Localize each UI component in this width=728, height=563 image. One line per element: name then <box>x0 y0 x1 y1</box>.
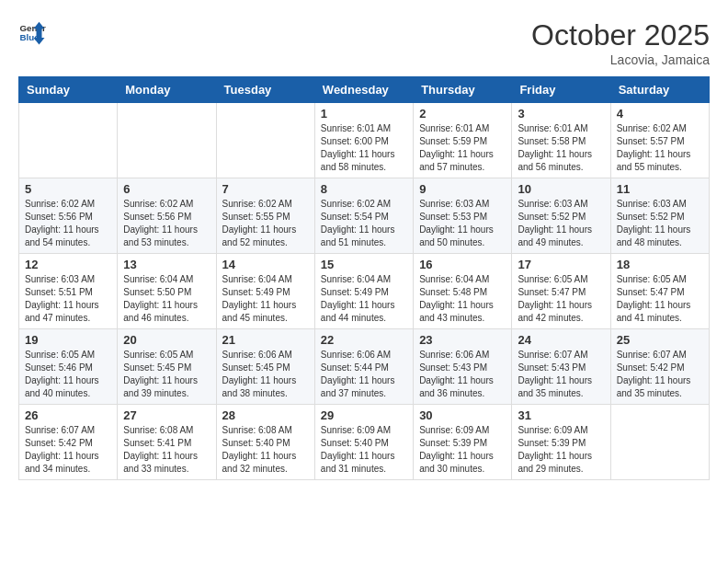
calendar-cell: 29Sunrise: 6:09 AM Sunset: 5:40 PM Dayli… <box>314 405 413 480</box>
logo-icon: General Blue <box>18 18 46 46</box>
week-row-1: 1Sunrise: 6:01 AM Sunset: 6:00 PM Daylig… <box>19 103 710 178</box>
day-number: 24 <box>518 333 604 347</box>
calendar-cell: 23Sunrise: 6:06 AM Sunset: 5:43 PM Dayli… <box>414 329 512 405</box>
calendar-table: SundayMondayTuesdayWednesdayThursdayFrid… <box>18 76 710 480</box>
week-row-3: 12Sunrise: 6:03 AM Sunset: 5:51 PM Dayli… <box>19 254 710 329</box>
calendar-cell: 10Sunrise: 6:03 AM Sunset: 5:52 PM Dayli… <box>512 178 610 254</box>
day-number: 27 <box>123 408 210 422</box>
calendar-cell: 22Sunrise: 6:06 AM Sunset: 5:44 PM Dayli… <box>314 329 413 405</box>
calendar-cell: 2Sunrise: 6:01 AM Sunset: 5:59 PM Daylig… <box>414 103 512 178</box>
day-info: Sunrise: 6:07 AM Sunset: 5:42 PM Dayligh… <box>25 424 111 476</box>
dow-header-friday: Friday <box>512 77 610 103</box>
day-number: 13 <box>123 258 210 271</box>
calendar-cell: 24Sunrise: 6:07 AM Sunset: 5:43 PM Dayli… <box>512 329 610 405</box>
calendar-cell <box>118 103 216 178</box>
calendar-cell: 17Sunrise: 6:05 AM Sunset: 5:47 PM Dayli… <box>512 254 610 329</box>
day-number: 31 <box>518 408 604 422</box>
day-number: 22 <box>321 333 407 347</box>
day-number: 30 <box>419 408 506 422</box>
calendar-cell: 28Sunrise: 6:08 AM Sunset: 5:40 PM Dayli… <box>216 405 314 480</box>
day-info: Sunrise: 6:04 AM Sunset: 5:48 PM Dayligh… <box>419 273 506 325</box>
day-info: Sunrise: 6:01 AM Sunset: 6:00 PM Dayligh… <box>321 122 407 174</box>
day-info: Sunrise: 6:03 AM Sunset: 5:51 PM Dayligh… <box>25 273 111 325</box>
calendar-cell: 25Sunrise: 6:07 AM Sunset: 5:42 PM Dayli… <box>610 329 709 405</box>
day-info: Sunrise: 6:08 AM Sunset: 5:40 PM Dayligh… <box>222 424 309 476</box>
day-info: Sunrise: 6:05 AM Sunset: 5:47 PM Dayligh… <box>518 273 604 325</box>
location: Lacovia, Jamaica <box>531 52 710 67</box>
day-number: 2 <box>419 107 506 121</box>
day-number: 12 <box>25 258 111 271</box>
calendar-cell: 9Sunrise: 6:03 AM Sunset: 5:53 PM Daylig… <box>414 178 512 254</box>
calendar-cell: 21Sunrise: 6:06 AM Sunset: 5:45 PM Dayli… <box>216 329 314 405</box>
day-info: Sunrise: 6:03 AM Sunset: 5:52 PM Dayligh… <box>617 198 703 249</box>
day-number: 1 <box>321 107 407 121</box>
calendar-cell <box>19 103 118 178</box>
day-info: Sunrise: 6:05 AM Sunset: 5:47 PM Dayligh… <box>617 273 703 325</box>
logo: General Blue <box>18 18 46 46</box>
day-info: Sunrise: 6:05 AM Sunset: 5:45 PM Dayligh… <box>123 349 210 400</box>
day-info: Sunrise: 6:04 AM Sunset: 5:50 PM Dayligh… <box>123 273 210 325</box>
day-info: Sunrise: 6:04 AM Sunset: 5:49 PM Dayligh… <box>321 273 407 325</box>
calendar-cell: 14Sunrise: 6:04 AM Sunset: 5:49 PM Dayli… <box>216 254 314 329</box>
day-number: 19 <box>25 333 111 347</box>
day-number: 17 <box>518 258 604 271</box>
day-info: Sunrise: 6:05 AM Sunset: 5:46 PM Dayligh… <box>25 349 111 400</box>
day-number: 5 <box>25 182 111 196</box>
day-number: 16 <box>419 258 506 271</box>
page-header: General Blue October 2025 Lacovia, Jamai… <box>18 18 710 67</box>
day-number: 20 <box>123 333 210 347</box>
day-info: Sunrise: 6:09 AM Sunset: 5:39 PM Dayligh… <box>419 424 506 476</box>
calendar-cell: 20Sunrise: 6:05 AM Sunset: 5:45 PM Dayli… <box>118 329 216 405</box>
dow-header-sunday: Sunday <box>19 77 118 103</box>
day-info: Sunrise: 6:04 AM Sunset: 5:49 PM Dayligh… <box>222 273 309 325</box>
day-info: Sunrise: 6:09 AM Sunset: 5:39 PM Dayligh… <box>518 424 604 476</box>
calendar-cell: 11Sunrise: 6:03 AM Sunset: 5:52 PM Dayli… <box>610 178 709 254</box>
calendar-cell: 12Sunrise: 6:03 AM Sunset: 5:51 PM Dayli… <box>19 254 118 329</box>
week-row-4: 19Sunrise: 6:05 AM Sunset: 5:46 PM Dayli… <box>19 329 710 405</box>
day-info: Sunrise: 6:06 AM Sunset: 5:43 PM Dayligh… <box>419 349 506 400</box>
day-number: 9 <box>419 182 506 196</box>
day-number: 15 <box>321 258 407 271</box>
day-info: Sunrise: 6:01 AM Sunset: 5:59 PM Dayligh… <box>419 122 506 174</box>
calendar-cell: 7Sunrise: 6:02 AM Sunset: 5:55 PM Daylig… <box>216 178 314 254</box>
day-info: Sunrise: 6:02 AM Sunset: 5:56 PM Dayligh… <box>123 198 210 249</box>
calendar-cell: 3Sunrise: 6:01 AM Sunset: 5:58 PM Daylig… <box>512 103 610 178</box>
day-info: Sunrise: 6:02 AM Sunset: 5:54 PM Dayligh… <box>321 198 407 249</box>
day-number: 14 <box>222 258 309 271</box>
day-number: 26 <box>25 408 111 422</box>
week-row-2: 5Sunrise: 6:02 AM Sunset: 5:56 PM Daylig… <box>19 178 710 254</box>
days-of-week-row: SundayMondayTuesdayWednesdayThursdayFrid… <box>19 77 710 103</box>
dow-header-wednesday: Wednesday <box>314 77 413 103</box>
calendar-cell: 13Sunrise: 6:04 AM Sunset: 5:50 PM Dayli… <box>118 254 216 329</box>
calendar-cell: 27Sunrise: 6:08 AM Sunset: 5:41 PM Dayli… <box>118 405 216 480</box>
day-number: 3 <box>518 107 604 121</box>
calendar-cell: 16Sunrise: 6:04 AM Sunset: 5:48 PM Dayli… <box>414 254 512 329</box>
dow-header-saturday: Saturday <box>610 77 709 103</box>
day-info: Sunrise: 6:02 AM Sunset: 5:56 PM Dayligh… <box>25 198 111 249</box>
calendar-cell: 4Sunrise: 6:02 AM Sunset: 5:57 PM Daylig… <box>610 103 709 178</box>
day-info: Sunrise: 6:06 AM Sunset: 5:44 PM Dayligh… <box>321 349 407 400</box>
calendar-cell: 19Sunrise: 6:05 AM Sunset: 5:46 PM Dayli… <box>19 329 118 405</box>
dow-header-monday: Monday <box>118 77 216 103</box>
calendar-cell: 31Sunrise: 6:09 AM Sunset: 5:39 PM Dayli… <box>512 405 610 480</box>
day-info: Sunrise: 6:07 AM Sunset: 5:42 PM Dayligh… <box>617 349 703 400</box>
title-block: October 2025 Lacovia, Jamaica <box>531 18 710 67</box>
day-info: Sunrise: 6:03 AM Sunset: 5:53 PM Dayligh… <box>419 198 506 249</box>
calendar-cell <box>610 405 709 480</box>
calendar-cell: 8Sunrise: 6:02 AM Sunset: 5:54 PM Daylig… <box>314 178 413 254</box>
calendar-cell: 1Sunrise: 6:01 AM Sunset: 6:00 PM Daylig… <box>314 103 413 178</box>
day-number: 11 <box>617 182 703 196</box>
calendar-cell: 6Sunrise: 6:02 AM Sunset: 5:56 PM Daylig… <box>118 178 216 254</box>
calendar-cell: 26Sunrise: 6:07 AM Sunset: 5:42 PM Dayli… <box>19 405 118 480</box>
day-info: Sunrise: 6:07 AM Sunset: 5:43 PM Dayligh… <box>518 349 604 400</box>
day-number: 18 <box>617 258 703 271</box>
day-info: Sunrise: 6:02 AM Sunset: 5:55 PM Dayligh… <box>222 198 309 249</box>
day-info: Sunrise: 6:03 AM Sunset: 5:52 PM Dayligh… <box>518 198 604 249</box>
calendar-body: 1Sunrise: 6:01 AM Sunset: 6:00 PM Daylig… <box>19 103 710 480</box>
day-number: 28 <box>222 408 309 422</box>
day-number: 25 <box>617 333 703 347</box>
week-row-5: 26Sunrise: 6:07 AM Sunset: 5:42 PM Dayli… <box>19 405 710 480</box>
day-number: 8 <box>321 182 407 196</box>
day-number: 4 <box>617 107 703 121</box>
calendar-cell: 15Sunrise: 6:04 AM Sunset: 5:49 PM Dayli… <box>314 254 413 329</box>
